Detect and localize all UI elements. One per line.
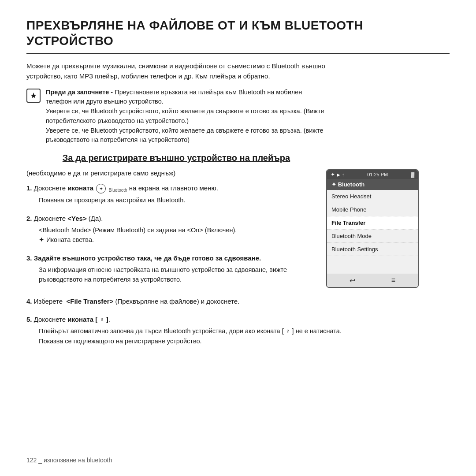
star-icon: ★	[26, 89, 41, 103]
device-footer: ↩ ≡	[327, 274, 418, 287]
device-header-label: ✦ Bluetooth	[327, 179, 418, 190]
step-2-sub2: ✦ Иконата светва.	[39, 236, 94, 243]
note-box: ★ Преди да започнете - Преустановете връ…	[26, 88, 326, 145]
footer-label: _ използване на bluetooth	[38, 457, 112, 464]
step-2-header: 2. Докоснете <Yes> (Да).	[26, 213, 313, 223]
device-menu-items: Stereo Headset Mobile Phone File Transfe…	[327, 190, 418, 256]
step-1-num: 1.	[26, 184, 32, 192]
step-3-header: 3. Задайте външното устройство така, че …	[26, 253, 313, 263]
step-2-sub: <Bluetooth Mode> (Режим Bluetooth) се за…	[26, 225, 313, 245]
page-title: ПРЕХВЪРЛЯНЕ НА ФАЙЛОВЕ ОТ И КЪМ BLUETOOT…	[26, 18, 450, 48]
page: ПРЕХВЪРЛЯНЕ НА ФАЙЛОВЕ ОТ И КЪМ BLUETOOT…	[0, 0, 476, 476]
step-3: 3. Задайте външното устройство така, че …	[26, 253, 313, 285]
play-icon: ▶	[337, 172, 340, 177]
device-status-bar: ✦ ▶ ↑ 01:25 PM ▓	[327, 170, 418, 179]
page-footer: 122 _ използване на bluetooth	[26, 457, 112, 464]
bt-label-small: Bluetooth	[108, 188, 127, 193]
step-4-header: 4. Изберете <File Transfer> (Прехвърляне…	[26, 296, 450, 306]
step-3-sub: За информация относно настройката на вън…	[26, 265, 313, 285]
status-time: 01:25 PM	[367, 172, 388, 177]
note-text2: Уверете се, че Bluetooth устройството, к…	[46, 108, 324, 124]
device-menu-btn[interactable]: ≡	[391, 276, 395, 285]
section-heading: За да регистрирате външно устройство на …	[26, 153, 326, 163]
step-3-num: 3.	[26, 254, 32, 262]
note-prefix: Преди да започнете -	[46, 89, 115, 96]
page-number: 122	[26, 457, 37, 464]
step-4-num: 4.	[26, 298, 32, 305]
steps-column: (необходимо е да ги регистрирате само ве…	[26, 169, 313, 293]
menu-item-bluetooth-mode[interactable]: Bluetooth Mode	[327, 230, 418, 243]
battery-icon: ▓	[411, 172, 414, 177]
bluetooth-icon-inline: ✦	[96, 184, 106, 193]
track-icon: ↑	[342, 172, 345, 177]
status-left: ✦ ▶ ↑	[331, 171, 345, 178]
step-5-num: 5.	[26, 316, 32, 323]
step-2-num: 2.	[26, 215, 32, 222]
step-4: 4. Изберете <File Transfer> (Прехвърляне…	[26, 296, 450, 306]
device-back-btn[interactable]: ↩	[350, 276, 355, 285]
step-2: 2. Докоснете <Yes> (Да). <Bluetooth Mode…	[26, 213, 313, 245]
menu-item-file-transfer[interactable]: File Transfer	[327, 216, 418, 230]
bt-header-icon: ✦	[331, 181, 338, 188]
step-1-sub: Появява се прозореца за настройки на Blu…	[26, 195, 313, 205]
title-divider	[26, 53, 450, 54]
step-1-header: 1. Докоснете иконата ✦ Bluetooth на екра…	[26, 183, 313, 193]
main-content: (необходимо е да ги регистрирате само ве…	[26, 169, 450, 293]
steps-bottom: 4. Изберете <File Transfer> (Прехвърляне…	[26, 296, 450, 346]
note-text3: Уверете се, че Bluetooth устройството, к…	[46, 127, 324, 144]
note-text: Преди да започнете - Преустановете връзк…	[46, 88, 326, 145]
step-5: 5. Докоснете иконата [ ♀ ]. Плейърът авт…	[26, 314, 450, 346]
step-5-header: 5. Докоснете иконата [ ♀ ].	[26, 314, 450, 324]
subtitle: (необходимо е да ги регистрирате само ве…	[26, 169, 313, 177]
bt-status-icon: ✦	[331, 171, 335, 178]
device-empty-space	[327, 256, 418, 274]
menu-item-mobile-phone[interactable]: Mobile Phone	[327, 203, 418, 216]
step-5-sub: Плейърът автоматично започва да търси Bl…	[26, 326, 450, 346]
device-screen: ✦ ▶ ↑ 01:25 PM ▓ ✦ Bluetooth Stereo Head…	[326, 169, 419, 288]
menu-item-bluetooth-settings[interactable]: Bluetooth Settings	[327, 243, 418, 256]
step-1: 1. Докоснете иконата ✦ Bluetooth на екра…	[26, 183, 313, 205]
intro-text: Можете да прехвърляте музикални, снимков…	[26, 61, 326, 82]
menu-item-stereo-headset[interactable]: Stereo Headset	[327, 190, 418, 203]
